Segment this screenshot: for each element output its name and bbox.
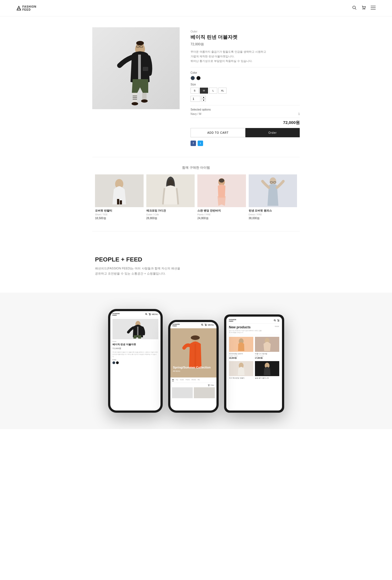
tablet-product-1-price: 18,000원 [229, 357, 253, 359]
mockup-1-price: 72,000원 [112, 347, 158, 350]
product-section: Outer 베이직 린넨 더블자켓 72,000원 무더운 여름까지 즐겁기가 … [87, 27, 305, 146]
mockup-2-filter-bar: Filter [170, 383, 216, 387]
tablet-content: FASHIONFEED New products 앞서 가는 트렌드에 수업이 … [226, 317, 282, 382]
product-category: Outer [191, 30, 300, 33]
tab-all[interactable]: All [172, 379, 174, 381]
tablet-product-1-name: 라이트 밴딩 반바지 [229, 353, 253, 355]
frequently-bought-item-2: 에크포밍 가디건 Outer / Cde 28,800원 [146, 174, 195, 220]
mockup-1-menu-text: MENU [152, 313, 158, 316]
size-btn-s[interactable]: S [191, 88, 199, 94]
mockup-2-tabs: All Top Outer Pants Shoes Ba [170, 377, 216, 383]
svg-point-2 [353, 6, 355, 9]
tablet-new-products-header: New products 앞서 가는 트렌드에 수업이 없은 한복에서 새로도 … [229, 325, 279, 334]
item-4-price: 38,000원 [249, 216, 297, 220]
svg-line-59 [275, 321, 276, 321]
quantity-input[interactable] [191, 96, 200, 102]
section-divider-2 [92, 231, 300, 231]
item-2-name: 에크포밍 가디건 [146, 209, 195, 213]
size-btn-xl[interactable]: XL [218, 88, 227, 94]
mockup-1-product-name: 베이직 린넨 더블자켓 [112, 343, 158, 346]
search-icon[interactable] [352, 5, 357, 11]
quantity-down-button[interactable]: ▼ [201, 99, 206, 102]
mockup-1-color-navy [112, 361, 115, 364]
order-button[interactable]: Order [245, 128, 300, 137]
item-3-image [197, 174, 246, 207]
svg-point-50 [206, 326, 206, 326]
item-3-name: 스판 밴딩 잔반바지 [197, 209, 246, 213]
quantity-wrap: ▲ ▼ [191, 96, 300, 102]
menu-icon[interactable] [371, 6, 376, 11]
size-label: Size [191, 83, 300, 86]
svg-line-40 [147, 314, 147, 315]
selected-options-label: Selected options [191, 108, 300, 111]
section-divider-1 [92, 157, 300, 157]
tablet-title: New products [229, 325, 262, 329]
people-feed-section: PEOPLE + FEED 패션피드(FASSION FEED)는 여러 사람들… [90, 240, 302, 292]
product-price: 72,000원 [191, 42, 300, 47]
tab-pants[interactable]: Pants [186, 379, 190, 381]
color-swatch-black[interactable] [196, 76, 201, 80]
size-btn-m[interactable]: M [200, 88, 208, 94]
add-to-cart-button[interactable]: ADD TO CART [191, 128, 245, 137]
filter-button[interactable]: Filter [208, 384, 214, 386]
tab-ba[interactable]: Ba [198, 379, 200, 381]
tablet-product-2: 버클 나시 탱크탑 3 color / 4 size 17,800원 [255, 337, 279, 359]
item-1-image [95, 174, 144, 207]
main-content: Outer 베이직 린넨 더블자켓 72,000원 무더운 여름까지 즐겁기가 … [0, 0, 392, 429]
product-image-svg [92, 27, 180, 109]
item-4-sub: Dress / FRE [249, 213, 297, 216]
tablet-more-link[interactable]: more [275, 325, 279, 327]
mockup-1-desc: 무더운 여름까지 즐겁기가 힘들도록 인감을 생략하고 시원하고 가볍게 제작한… [112, 351, 158, 358]
mockup-1-icons: MENU [145, 313, 158, 316]
svg-rect-17 [133, 99, 137, 100]
cart-icon[interactable] [361, 5, 366, 11]
svg-point-19 [141, 99, 148, 103]
quantity-stepper: ▲ ▼ [201, 96, 206, 102]
tablet-product-2-image [255, 337, 279, 352]
color-swatch-navy[interactable] [191, 76, 195, 80]
svg-rect-28 [117, 199, 119, 204]
mockup-1-colors [112, 361, 158, 364]
svg-point-39 [145, 313, 147, 315]
svg-rect-45 [137, 326, 138, 336]
svg-marker-0 [17, 6, 21, 10]
mockup-2-product-2 [194, 387, 215, 398]
svg-point-42 [150, 315, 150, 315]
mockup-2-icons: MENU [201, 324, 214, 326]
item-2-price: 28,800원 [146, 216, 195, 220]
product-info: Outer 베이직 린넨 더블자켓 72,000원 무더운 여름까지 즐겁기가 … [191, 27, 300, 146]
tab-shoes[interactable]: Shoes [191, 379, 196, 381]
mockup-1-product-image [112, 319, 158, 339]
tablet-product-1-image [229, 337, 253, 352]
tablet-product-1: 라이트 밴딩 반바지 5 color / 5 size 18,000원 [229, 337, 253, 359]
tablet-product-4: 슬림 골지 폴라니트 [255, 361, 279, 379]
svg-point-4 [363, 9, 363, 9]
mockup-2-hero: Spring/Summer Collection All items [170, 328, 216, 377]
tablet-product-2-name: 버클 나시 탱크탑 [255, 353, 279, 355]
site-header: FASHION FEED [0, 0, 392, 16]
svg-point-47 [201, 324, 203, 325]
phone-mockup-2: FASHIONFEED MENU [168, 320, 219, 413]
tablet-header: FASHIONFEED [229, 319, 279, 324]
logo[interactable]: FASHION FEED [16, 5, 36, 11]
svg-rect-20 [143, 67, 148, 71]
frequently-bought-grid: 오버핏 반팔티 Short / TEE 18,500원 [90, 174, 302, 220]
product-description: 무더운 여름까지 즐겁기가 힘들도록 인감을 생략하고 시원하고 가볍게 제작한… [191, 49, 300, 67]
frequently-bought-title: 함께 구매한 아이템 [0, 165, 392, 170]
facebook-share-button[interactable]: f [191, 141, 196, 146]
svg-point-18 [132, 102, 138, 105]
twitter-share-button[interactable]: t [198, 141, 203, 146]
product-main-image [92, 27, 180, 109]
mockup-1-color-label: Color [112, 359, 158, 361]
svg-line-48 [203, 325, 203, 326]
logo-icon [16, 6, 21, 11]
quantity-up-button[interactable]: ▲ [201, 96, 206, 99]
size-btn-l[interactable]: L [209, 88, 217, 94]
product-image-wrap [92, 27, 180, 146]
item-1-sub: Short / TEE [95, 213, 144, 216]
tab-outer[interactable]: Outer [180, 379, 184, 381]
tab-top[interactable]: Top [176, 379, 178, 381]
item-3-price: 24,800원 [197, 216, 246, 220]
selected-option-qty: 1 [298, 112, 300, 115]
item-4-image [249, 174, 297, 207]
